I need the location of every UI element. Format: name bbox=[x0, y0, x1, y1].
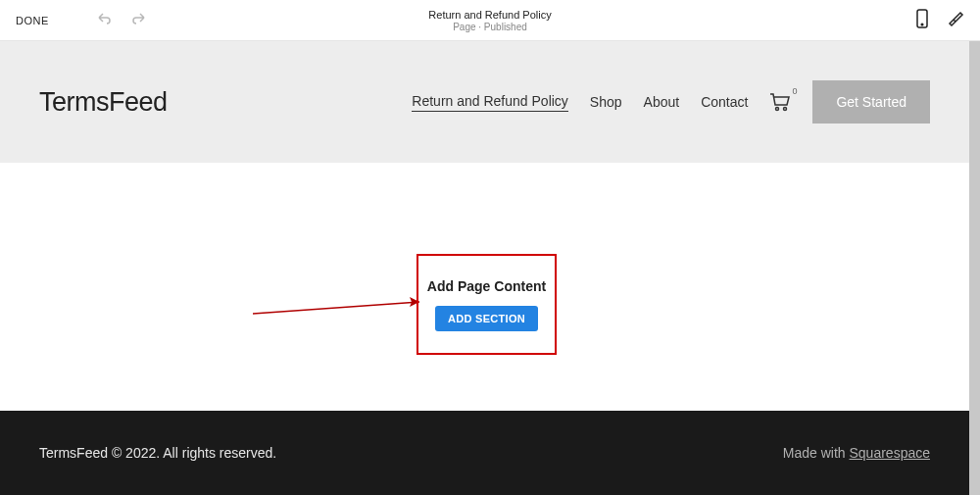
cart-button[interactable]: 0 bbox=[769, 92, 791, 112]
undo-redo-group bbox=[96, 12, 147, 29]
svg-line-4 bbox=[253, 302, 419, 314]
site-header: TermsFeed Return and Refund Policy Shop … bbox=[0, 41, 969, 163]
nav-link-about[interactable]: About bbox=[644, 94, 680, 110]
vertical-scrollbar[interactable] bbox=[969, 41, 980, 495]
page-content-area: Add Page Content ADD SECTION bbox=[0, 163, 969, 411]
editor-top-bar: DONE Return and Refund Policy Page · Pub… bbox=[0, 0, 980, 41]
redo-icon[interactable] bbox=[131, 12, 147, 29]
cart-count-badge: 0 bbox=[792, 86, 797, 96]
site-footer: TermsFeed © 2022. All rights reserved. M… bbox=[0, 411, 969, 495]
scrollbar-thumb[interactable] bbox=[969, 41, 980, 495]
svg-point-2 bbox=[776, 108, 779, 111]
editor-right-controls bbox=[915, 9, 964, 32]
add-content-highlight: Add Page Content ADD SECTION bbox=[416, 254, 557, 355]
footer-squarespace-link[interactable]: Squarespace bbox=[849, 445, 930, 461]
paint-brush-icon[interactable] bbox=[947, 10, 964, 31]
editor-page-status: Page · Published bbox=[428, 22, 551, 32]
nav-link-contact[interactable]: Contact bbox=[701, 94, 748, 110]
add-content-heading: Add Page Content bbox=[427, 278, 546, 294]
svg-point-3 bbox=[784, 108, 787, 111]
svg-point-1 bbox=[921, 24, 923, 25]
done-button[interactable]: DONE bbox=[16, 15, 49, 26]
nav-links: Return and Refund Policy Shop About Cont… bbox=[412, 93, 748, 112]
editor-center-info: Return and Refund Policy Page · Publishe… bbox=[428, 9, 551, 32]
footer-copyright: TermsFeed © 2022. All rights reserved. bbox=[39, 445, 276, 461]
site-logo[interactable]: TermsFeed bbox=[39, 87, 168, 118]
cart-icon bbox=[769, 92, 791, 112]
editor-left-controls: DONE bbox=[16, 12, 147, 29]
nav-link-shop[interactable]: Shop bbox=[590, 94, 622, 110]
footer-made-with-text: Made with bbox=[783, 445, 850, 461]
mobile-preview-icon[interactable] bbox=[915, 9, 929, 32]
get-started-button[interactable]: Get Started bbox=[812, 80, 930, 124]
undo-icon[interactable] bbox=[96, 12, 112, 29]
nav-area: Return and Refund Policy Shop About Cont… bbox=[412, 80, 930, 124]
add-section-button[interactable]: ADD SECTION bbox=[435, 306, 538, 331]
nav-link-return-refund[interactable]: Return and Refund Policy bbox=[412, 93, 568, 112]
editor-page-title: Return and Refund Policy bbox=[428, 9, 551, 21]
footer-made-with: Made with Squarespace bbox=[783, 445, 930, 461]
arrow-annotation-icon bbox=[253, 292, 427, 322]
